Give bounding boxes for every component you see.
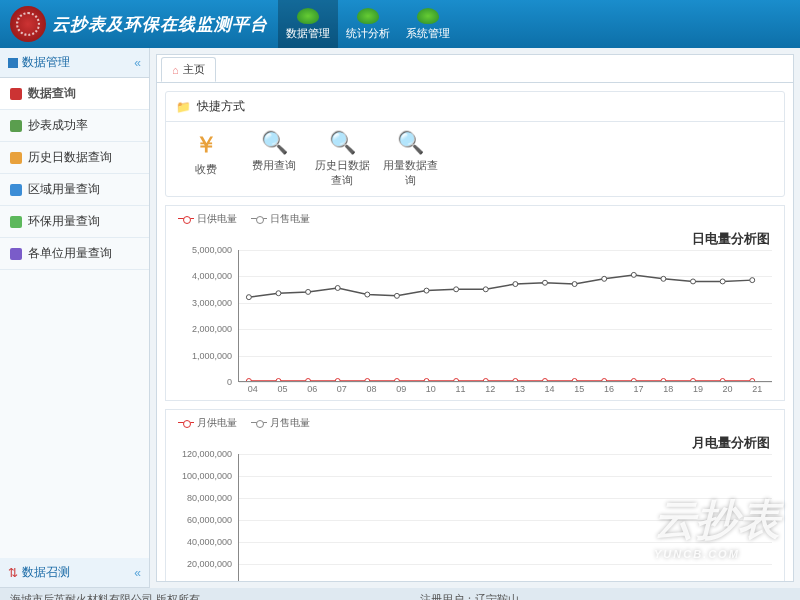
svg-point-15: [691, 379, 696, 381]
content: 📁 快捷方式 ￥收费🔍费用查询🔍历史日数据查询🔍用量数据查询 日供电量日售电量日…: [156, 82, 794, 582]
svg-point-33: [691, 279, 696, 284]
x-tick: 14: [535, 384, 565, 400]
svg-point-11: [572, 379, 577, 381]
x-tick: 07: [327, 384, 357, 400]
x-tick: 12: [475, 384, 505, 400]
footer: 海城市后英耐火材料有限公司 版权所有 注册用户：辽宁鞍山: [0, 588, 800, 600]
quick-icon: 🔍: [244, 130, 304, 156]
quick-label: 收费: [195, 163, 217, 175]
quick-row: ￥收费🔍费用查询🔍历史日数据查询🔍用量数据查询: [166, 122, 784, 196]
x-tick: 19: [683, 384, 713, 400]
svg-point-26: [483, 287, 488, 292]
footer-right: 注册用户：辽宁鞍山: [420, 592, 519, 600]
sidebar-item-label: 各单位用量查询: [28, 245, 112, 262]
ico-check: [10, 120, 22, 132]
svg-point-21: [335, 286, 340, 291]
svg-point-10: [543, 379, 548, 381]
marker-icon: [178, 215, 194, 223]
svg-point-2: [306, 379, 311, 381]
sidebar-footer[interactable]: ⇅ 数据召测 «: [0, 558, 149, 588]
svg-point-28: [543, 280, 548, 285]
ico-search: [10, 88, 22, 100]
logo-area: 云抄表及环保在线监测平台: [0, 6, 278, 42]
sidebar: 数据管理 « 数据查询抄表成功率历史日数据查询区域用量查询环保用量查询各单位用量…: [0, 48, 150, 588]
sidebar-item[interactable]: 各单位用量查询: [0, 238, 149, 270]
quick-item[interactable]: 🔍用量数据查询: [380, 130, 440, 188]
quick-panel-head: 📁 快捷方式: [166, 92, 784, 122]
svg-point-32: [661, 276, 666, 281]
svg-point-9: [513, 379, 518, 381]
x-tick: 20: [713, 384, 743, 400]
quick-title: 快捷方式: [197, 98, 245, 115]
leaf-icon: [417, 8, 439, 24]
svg-point-29: [572, 282, 577, 287]
logo-emblem: [10, 6, 46, 42]
quick-icon: ￥: [176, 130, 236, 160]
topbar: 云抄表及环保在线监测平台 数据管理统计分析系统管理: [0, 0, 800, 48]
svg-point-0: [246, 379, 251, 381]
ico-leaf: [10, 216, 22, 228]
svg-point-25: [454, 287, 459, 292]
x-tick: 10: [416, 384, 446, 400]
x-tick: 15: [564, 384, 594, 400]
sidebar-item[interactable]: 抄表成功率: [0, 110, 149, 142]
x-tick: 13: [505, 384, 535, 400]
x-tick: 09: [386, 384, 416, 400]
quick-label: 用量数据查询: [383, 159, 438, 186]
svg-point-30: [602, 276, 607, 281]
sidebar-header[interactable]: 数据管理 «: [0, 48, 149, 78]
sidebar-item-label: 区域用量查询: [28, 181, 100, 198]
svg-point-20: [306, 289, 311, 294]
x-tick: 08: [357, 384, 387, 400]
chart-area: 020,000,00040,000,00060,000,00080,000,00…: [174, 454, 776, 582]
leaf-icon: [297, 8, 319, 24]
svg-point-8: [483, 379, 488, 381]
chart-title: 日电量分析图: [174, 228, 776, 250]
chart-legend: 月供电量月售电量: [174, 414, 776, 432]
sidebar-item-label: 抄表成功率: [28, 117, 88, 134]
svg-point-16: [720, 379, 725, 381]
svg-point-23: [394, 293, 399, 298]
tab-home[interactable]: ⌂ 主页: [161, 57, 216, 82]
sidebar-header-label: 数据管理: [22, 54, 70, 71]
marker-icon: [178, 419, 194, 427]
x-tick: 05: [268, 384, 298, 400]
quick-item[interactable]: 🔍历史日数据查询: [312, 130, 372, 188]
sidebar-footer-label: 数据召测: [22, 564, 70, 581]
topnav-label: 统计分析: [346, 26, 390, 41]
svg-point-35: [750, 278, 755, 283]
topnav-label: 数据管理: [286, 26, 330, 41]
sidebar-item-label: 数据查询: [28, 85, 76, 102]
db-icon: [8, 58, 18, 68]
collapse-icon[interactable]: «: [134, 566, 141, 580]
sidebar-item[interactable]: 数据查询: [0, 78, 149, 110]
svg-point-31: [631, 272, 636, 277]
x-tick: 16: [594, 384, 624, 400]
quick-panel: 📁 快捷方式 ￥收费🔍费用查询🔍历史日数据查询🔍用量数据查询: [165, 91, 785, 197]
svg-point-7: [454, 379, 459, 381]
sidebar-item[interactable]: 区域用量查询: [0, 174, 149, 206]
quick-label: 历史日数据查询: [315, 159, 370, 186]
sidebar-item-label: 环保用量查询: [28, 213, 100, 230]
sidebar-item[interactable]: 环保用量查询: [0, 206, 149, 238]
ico-clock: [10, 152, 22, 164]
chart-1: 月供电量月售电量月电量分析图020,000,00040,000,00060,00…: [165, 409, 785, 582]
leaf-icon: [357, 8, 379, 24]
svg-point-18: [246, 295, 251, 300]
svg-point-22: [365, 292, 370, 297]
topnav-item[interactable]: 数据管理: [278, 0, 338, 48]
quick-icon: 🔍: [312, 130, 372, 156]
svg-point-34: [720, 279, 725, 284]
svg-point-24: [424, 288, 429, 293]
quick-item[interactable]: ￥收费: [176, 130, 236, 188]
sidebar-item[interactable]: 历史日数据查询: [0, 142, 149, 174]
svg-point-6: [424, 379, 429, 381]
collapse-icon[interactable]: «: [134, 56, 141, 70]
quick-item[interactable]: 🔍费用查询: [244, 130, 304, 188]
topnav-item[interactable]: 统计分析: [338, 0, 398, 48]
app-title: 云抄表及环保在线监测平台: [52, 13, 268, 36]
svg-point-17: [750, 379, 755, 381]
chart-0: 日供电量日售电量日电量分析图01,000,0002,000,0003,000,0…: [165, 205, 785, 401]
topnav-item[interactable]: 系统管理: [398, 0, 458, 48]
chart-area: 01,000,0002,000,0003,000,0004,000,0005,0…: [174, 250, 776, 400]
